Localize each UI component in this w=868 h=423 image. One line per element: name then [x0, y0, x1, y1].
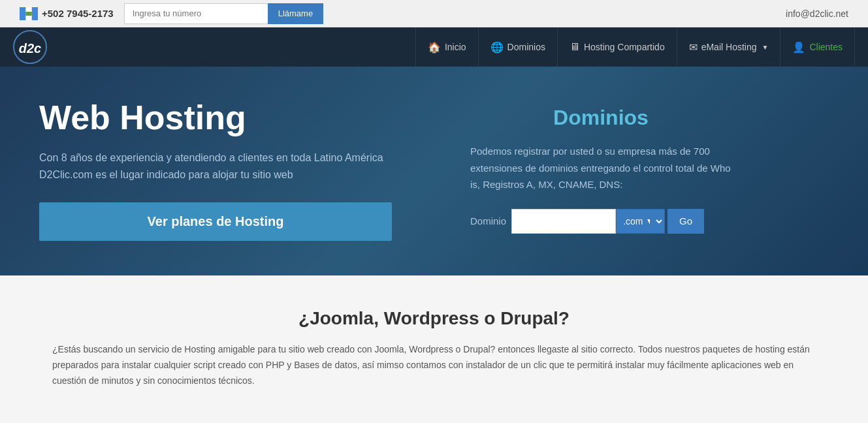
nav-item-hosting[interactable]: 🖥 Hosting Compartido — [558, 27, 677, 67]
domain-go-button[interactable]: Go — [667, 209, 704, 234]
nav-label-dominios: Dominios — [507, 42, 545, 52]
hero-right: Dominios Podemos registrar por usted o s… — [470, 99, 731, 234]
hero-subtitle: Con 8 años de experiencia y atendiendo a… — [39, 149, 418, 183]
email-dropdown-arrow: ▼ — [762, 44, 769, 51]
bottom-title: ¿Joomla, Wordpress o Drupal? — [52, 308, 816, 329]
call-form: Llámame — [124, 3, 323, 24]
nav-label-hosting: Hosting Compartido — [584, 42, 665, 52]
domain-search-form: Dominio .com ▼ .net .org .info .biz .gt … — [470, 209, 731, 234]
contact-email: info@d2clic.net — [786, 8, 848, 19]
bottom-section: ¿Joomla, Wordpress o Drupal? ¿Estás busc… — [0, 275, 868, 421]
nav-links: 🏠 Inicio 🌐 Dominios 🖥 Hosting Compartido… — [415, 27, 855, 67]
phone-number: +502 7945-2173 — [42, 8, 114, 19]
home-icon: 🏠 — [428, 41, 441, 54]
svg-text:d2c: d2c — [19, 41, 41, 55]
nav-label-clientes: Clientes — [809, 42, 843, 52]
domain-title: Dominios — [470, 106, 731, 130]
user-icon: 👤 — [792, 41, 805, 54]
hero-section: Web Hosting Con 8 años de experiencia y … — [0, 67, 868, 275]
email-icon: ✉ — [689, 41, 698, 54]
hero-left: Web Hosting Con 8 años de experiencia y … — [39, 99, 418, 241]
hero-title: Web Hosting — [39, 99, 418, 136]
hero-cta-button[interactable]: Ver planes de Hosting — [39, 202, 392, 241]
domain-extension-select[interactable]: .com ▼ .net .org .info .biz .gt — [616, 209, 665, 234]
call-input[interactable] — [124, 3, 268, 24]
domain-description: Podemos registrar por usted o su empresa… — [470, 143, 731, 193]
top-bar-left: +502 7945-2173 Llámame — [20, 3, 323, 24]
globe-icon: 🌐 — [490, 41, 504, 54]
logo-svg: d2c — [13, 30, 47, 64]
nav-item-clientes[interactable]: 👤 Clientes — [780, 27, 855, 67]
flag-icon — [20, 7, 38, 20]
server-icon: 🖥 — [570, 41, 580, 53]
nav-label-email: eMail Hosting — [701, 42, 757, 52]
phone-display: +502 7945-2173 — [20, 7, 114, 20]
svg-rect-2 — [25, 12, 31, 16]
nav-item-dominios[interactable]: 🌐 Dominios — [479, 27, 558, 67]
top-bar: +502 7945-2173 Llámame info@d2clic.net — [0, 0, 868, 27]
navbar: d2c 🏠 Inicio 🌐 Dominios 🖥 Hosting Compar… — [0, 27, 868, 67]
logo[interactable]: d2c — [13, 30, 47, 64]
domain-input[interactable] — [511, 209, 616, 234]
nav-item-email[interactable]: ✉ eMail Hosting ▼ — [677, 27, 781, 67]
bottom-text: ¿Estás buscando un servicio de Hosting a… — [52, 342, 816, 388]
domain-label: Dominio — [470, 215, 506, 227]
nav-label-inicio: Inicio — [445, 42, 466, 52]
call-button[interactable]: Llámame — [268, 3, 323, 24]
nav-item-inicio[interactable]: 🏠 Inicio — [415, 27, 479, 67]
